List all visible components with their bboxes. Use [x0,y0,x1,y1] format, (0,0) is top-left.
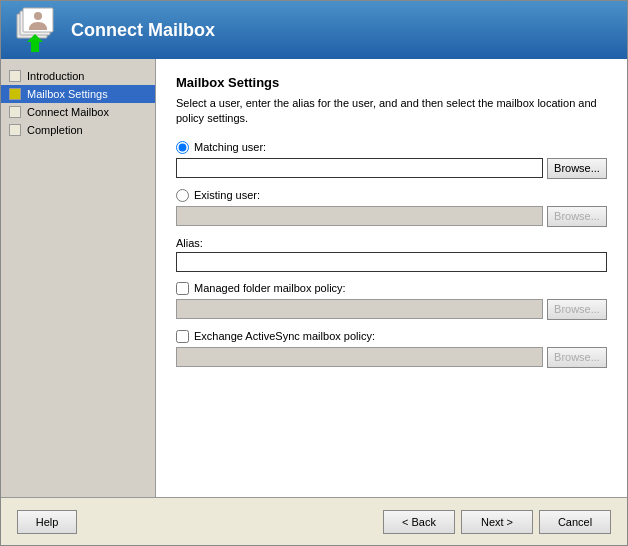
panel-title: Mailbox Settings [176,75,607,90]
managed-folder-browse-button[interactable]: Browse... [547,299,607,320]
connect-mailbox-icon [9,106,21,118]
existing-user-input[interactable] [176,206,543,226]
managed-folder-group: Managed folder mailbox policy: Browse... [176,282,607,320]
svg-point-3 [34,12,42,20]
cancel-button[interactable]: Cancel [539,510,611,534]
activesync-group: Exchange ActiveSync mailbox policy: Brow… [176,330,607,368]
sidebar-item-introduction[interactable]: Introduction [1,67,155,85]
existing-user-row: Browse... [176,206,607,227]
existing-user-radio-label[interactable]: Existing user: [176,189,607,202]
existing-user-group: Existing user: Browse... [176,189,607,227]
footer-right: < Back Next > Cancel [383,510,611,534]
alias-label: Alias: [176,237,607,249]
sidebar-item-completion[interactable]: Completion [1,121,155,139]
activesync-label: Exchange ActiveSync mailbox policy: [194,330,375,342]
existing-user-radio[interactable] [176,189,189,202]
sidebar-label-mailbox-settings: Mailbox Settings [27,88,108,100]
window-icon [11,6,59,54]
panel-description: Select a user, enter the alias for the u… [176,96,607,127]
managed-folder-checkbox-label[interactable]: Managed folder mailbox policy: [176,282,607,295]
matching-user-radio-label[interactable]: Matching user: [176,141,607,154]
existing-user-browse-button[interactable]: Browse... [547,206,607,227]
connect-mailbox-window: Connect Mailbox Introduction Mailbox Set… [0,0,628,546]
help-button[interactable]: Help [17,510,77,534]
mailbox-settings-icon [9,88,21,100]
alias-group: Alias: [176,237,607,272]
sidebar-item-mailbox-settings[interactable]: Mailbox Settings [1,85,155,103]
matching-user-group: Matching user: Browse... [176,141,607,179]
activesync-browse-button[interactable]: Browse... [547,347,607,368]
footer-left: Help [17,510,77,534]
activesync-checkbox-label[interactable]: Exchange ActiveSync mailbox policy: [176,330,607,343]
existing-user-label: Existing user: [194,189,260,201]
content-area: Introduction Mailbox Settings Connect Ma… [1,59,627,497]
matching-user-browse-button[interactable]: Browse... [547,158,607,179]
sidebar-label-connect-mailbox: Connect Mailbox [27,106,109,118]
window-title: Connect Mailbox [71,20,215,41]
matching-user-label: Matching user: [194,141,266,153]
activesync-row: Browse... [176,347,607,368]
footer: Help < Back Next > Cancel [1,497,627,545]
alias-input[interactable] [176,252,607,272]
matching-user-row: Browse... [176,158,607,179]
sidebar-label-completion: Completion [27,124,83,136]
sidebar: Introduction Mailbox Settings Connect Ma… [1,59,156,497]
completion-icon [9,124,21,136]
sidebar-item-connect-mailbox[interactable]: Connect Mailbox [1,103,155,121]
title-bar: Connect Mailbox [1,1,627,59]
managed-folder-checkbox[interactable] [176,282,189,295]
sidebar-label-introduction: Introduction [27,70,84,82]
matching-user-radio[interactable] [176,141,189,154]
matching-user-input[interactable] [176,158,543,178]
activesync-checkbox[interactable] [176,330,189,343]
next-button[interactable]: Next > [461,510,533,534]
activesync-input[interactable] [176,347,543,367]
managed-folder-input[interactable] [176,299,543,319]
main-panel: Mailbox Settings Select a user, enter th… [156,59,627,497]
managed-folder-row: Browse... [176,299,607,320]
managed-folder-label: Managed folder mailbox policy: [194,282,346,294]
back-button[interactable]: < Back [383,510,455,534]
introduction-icon [9,70,21,82]
